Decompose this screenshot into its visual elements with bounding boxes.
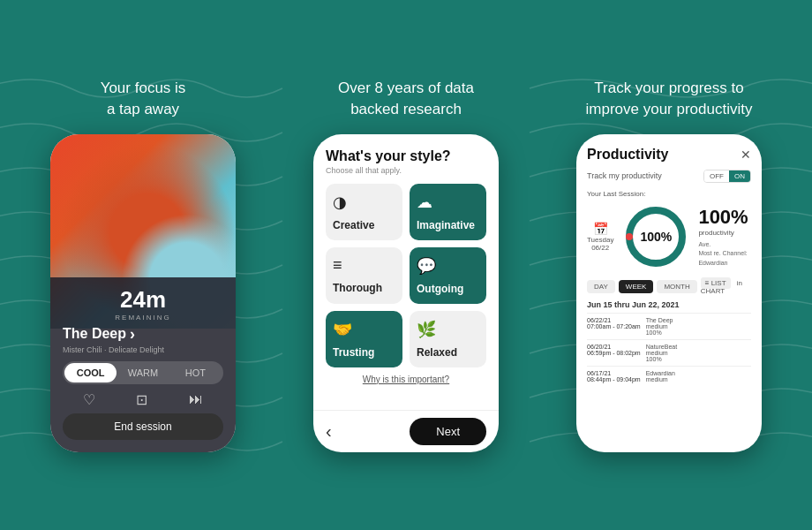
track-toggle-row: Track my productivity OFF ON <box>587 170 751 183</box>
end-session-button[interactable]: End session <box>63 413 223 440</box>
trusting-icon: 🤝 <box>333 320 352 339</box>
bookmark-icon[interactable]: ⊡ <box>136 391 147 408</box>
skip-icon[interactable]: ⏭ <box>189 391 203 408</box>
trusting-label: Trusting <box>333 346 374 359</box>
thorough-icon: ≡ <box>333 256 342 275</box>
style-grid: ◑ Creative ☁ Imaginative ≡ Thorough 💬 Ou… <box>326 184 486 367</box>
session-day: Tuesday <box>587 236 613 244</box>
session3-time: 06/17/21 08:44pm - 09:04pm <box>587 370 641 382</box>
card-focus: Your focus is a tap away 24m REMAINING T… <box>19 78 267 452</box>
session3-name: Edwardian medium <box>641 370 751 382</box>
creative-icon: ◑ <box>333 193 347 212</box>
thorough-label: Thorough <box>333 282 382 294</box>
view-toggle: ≡ LIST in CHART <box>701 279 751 295</box>
heart-icon[interactable]: ♡ <box>83 391 95 408</box>
session-info: 📅 Tuesday 06/22 100% <box>587 201 751 272</box>
style-thorough[interactable]: ≡ Thorough <box>326 247 402 304</box>
tab-week[interactable]: WEEK <box>619 280 654 293</box>
phone3: Productivity ✕ Track my productivity OFF… <box>576 134 762 452</box>
productivity-label: productivity <box>698 229 751 237</box>
toggle-on[interactable]: ON <box>729 170 750 182</box>
track-subtitle: Mister Chili · Delicate Delight <box>63 345 223 354</box>
phone2-nav: ‹ Next <box>313 410 499 452</box>
relaxed-label: Relaxed <box>417 346 457 359</box>
style-subtitle: Choose all that apply. <box>326 166 486 175</box>
close-icon[interactable]: ✕ <box>741 148 751 162</box>
session-row-1: 06/22/21 07:00am - 07:20am The Deep medi… <box>587 313 751 339</box>
session-row-2: 06/20/21 06:59pm - 08:02pm NatureBeat me… <box>587 339 751 366</box>
donut-chart: 100% <box>620 201 691 272</box>
last-session-label: Your Last Session: <box>587 190 751 198</box>
channel-value: Edwardian <box>698 260 727 266</box>
temperature-pills: COOL WARM HOT <box>63 361 223 384</box>
track-info: The Deep › Mister Chili · Delicate Delig… <box>63 325 223 354</box>
card1-title: Your focus is a tap away <box>101 78 186 120</box>
next-button[interactable]: Next <box>410 418 486 445</box>
productivity-header: Productivity ✕ <box>587 147 751 163</box>
back-arrow[interactable]: ‹ <box>326 421 332 442</box>
tab-day[interactable]: DAY <box>587 280 615 293</box>
phone1-player: 24m REMAINING The Deep › Mister Chili · … <box>50 277 236 452</box>
remaining-label: REMAINING <box>63 314 223 322</box>
avg-label: Ave. <box>698 241 710 247</box>
session1-time: 06/22/21 07:00am - 07:20am <box>587 317 641 336</box>
imaginative-label: Imaginative <box>417 219 475 231</box>
style-question: What's your style? <box>326 148 486 164</box>
session1-name: The Deep medium 100% <box>641 317 751 336</box>
why-link[interactable]: Why is this important? <box>326 375 486 384</box>
track-name: The Deep › <box>63 325 223 344</box>
time-tabs: DAY WEEK MONTH ≡ LIST in CHART <box>587 279 751 295</box>
timer-value: 24m <box>63 286 223 314</box>
toggle-label: Track my productivity <box>587 171 662 180</box>
session-date: 📅 Tuesday 06/22 <box>587 222 613 252</box>
phone2-content: What's your style? Choose all that apply… <box>313 134 499 410</box>
session2-time: 06/20/21 06:59pm - 08:02pm <box>587 344 641 362</box>
pill-hot[interactable]: HOT <box>169 363 222 382</box>
outgoing-label: Outgoing <box>417 283 463 295</box>
card-research: Over 8 years of data backed research Wha… <box>282 78 530 452</box>
toggle-group: OFF ON <box>703 170 751 183</box>
session-stats: 100% productivity Ave. Most re. Channel:… <box>698 206 751 269</box>
playback-icons: ♡ ⊡ ⏭ <box>63 391 223 408</box>
pill-warm[interactable]: WARM <box>117 363 169 382</box>
card2-title: Over 8 years of data backed research <box>338 78 474 120</box>
session-meta: Ave. Most re. Channel: Edwardian <box>698 240 751 269</box>
phone1: 24m REMAINING The Deep › Mister Chili · … <box>50 134 236 452</box>
card-productivity: Track your progress to improve your prod… <box>545 78 793 452</box>
session-date-num: 06/22 <box>591 244 609 252</box>
relaxed-icon: 🌿 <box>417 320 436 339</box>
session-row-3: 06/17/21 08:44pm - 09:04pm Edwardian med… <box>587 366 751 386</box>
productivity-percent: 100% <box>698 206 751 229</box>
style-creative[interactable]: ◑ Creative <box>326 184 402 240</box>
date-range-header: Jun 15 thru Jun 22, 2021 <box>587 300 751 309</box>
calendar-icon: 📅 <box>593 222 608 236</box>
donut-percent: 100% <box>640 230 672 244</box>
phone2: What's your style? Choose all that apply… <box>313 134 499 452</box>
card3-title: Track your progress to improve your prod… <box>586 78 753 120</box>
tab-month[interactable]: MONTH <box>657 280 696 293</box>
channel-label: Most re. Channel: <box>698 250 747 256</box>
phone1-timer: 24m REMAINING <box>63 286 223 322</box>
imaginative-icon: ☁ <box>417 193 432 212</box>
style-trusting[interactable]: 🤝 Trusting <box>326 311 402 367</box>
phone3-content: Productivity ✕ Track my productivity OFF… <box>576 134 762 452</box>
outgoing-icon: 💬 <box>417 256 436 276</box>
style-outgoing[interactable]: 💬 Outgoing <box>410 247 486 304</box>
creative-label: Creative <box>333 219 374 231</box>
session2-name: NatureBeat medium 100% <box>641 344 751 362</box>
toggle-off[interactable]: OFF <box>704 170 729 182</box>
pill-cool[interactable]: COOL <box>64 363 117 382</box>
style-relaxed[interactable]: 🌿 Relaxed <box>410 311 486 367</box>
style-imaginative[interactable]: ☁ Imaginative <box>410 184 486 240</box>
productivity-title: Productivity <box>587 147 668 163</box>
